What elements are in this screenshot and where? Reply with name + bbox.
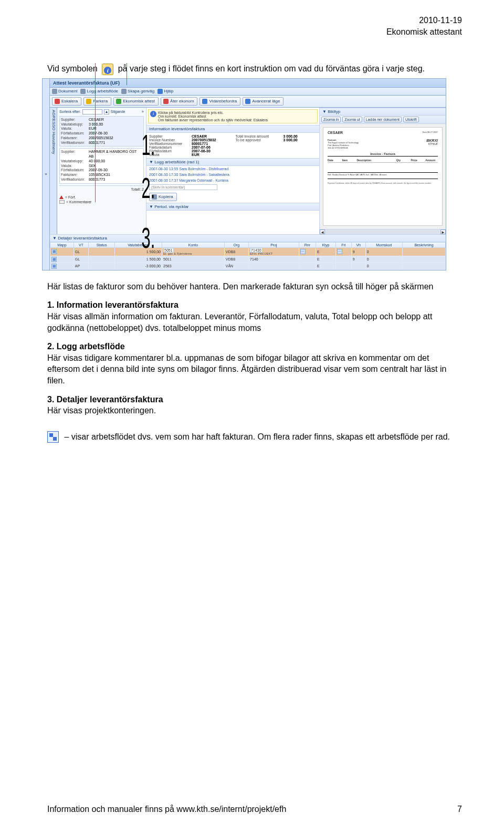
scrollbar[interactable]: ◄► (320, 229, 446, 234)
paragraph: Här listas de fakturor som du behöver ha… (47, 281, 462, 293)
header-title: Ekonomisk attestant (386, 26, 462, 38)
total-count: Totalt: 2 (59, 185, 144, 191)
callout-1: 1. (142, 128, 155, 162)
app-screenshot: 1. 2. 3. » Attest leverantörsfaktura (UF… (42, 78, 446, 270)
details-header: ▼ Detaljer leverantörsfaktura (50, 235, 446, 242)
ekonomisk-attest-button[interactable]: Ekonomisk attest (113, 97, 159, 106)
center-column: i Klicka på fakturabild Kontrollera pris… (146, 108, 320, 234)
zoom-in-button[interactable]: Zooma in (321, 117, 341, 122)
details-table: MappVTStatusValutabeloppKontoOrgProjRnrK… (50, 242, 446, 270)
header-date: 2010-11-19 (386, 15, 462, 26)
eskalera-button[interactable]: Eskalera (52, 97, 81, 106)
side-tab[interactable]: AGRESSO Huvudmeny (50, 108, 57, 234)
menu-logg[interactable]: Logg arbetsflöde (80, 89, 118, 94)
workflow-icon (47, 431, 59, 443)
action-toolbar: Eskalera Parkera Ekonomisk attest Åter e… (50, 96, 446, 108)
comment-input[interactable]: (Skriv in kommentar) (149, 184, 217, 190)
comment-icon (59, 200, 65, 204)
avancerat-lage-button[interactable]: Avancerat läge (243, 97, 284, 106)
details-row[interactable]: ▦AP-3 000,002583VÅNE0 (50, 263, 446, 269)
hint-box: i Klicka på fakturabild Kontrollera pris… (148, 109, 318, 123)
section-heading-3: 3. Detaljer leverantörsfaktura (47, 395, 163, 404)
details-section: ▼ Detaljer leverantörsfaktura MappVTStat… (50, 234, 446, 270)
parkera-button[interactable]: Parkera (83, 97, 111, 106)
sort-label: Sortera efter: (59, 110, 81, 113)
details-row[interactable]: ▦GL1 500,005051El, gas & FjärrvärmeVDB87… (50, 247, 446, 256)
menu-dokument[interactable]: Dokument (52, 89, 77, 94)
warning-icon (59, 195, 64, 199)
period-panel-header[interactable]: ▼ Period. via nycklar (146, 203, 319, 211)
section-heading-2: 2. Logg arbetsflöde (47, 342, 125, 351)
intro-text: Vid symbolen i på varje steg i flödet fi… (47, 63, 462, 75)
callout-3: 3. (142, 221, 155, 255)
pointer-line-2 (95, 63, 96, 202)
invoice-list: Sortera efter: ▲ Stigande « Supplier:CES… (57, 108, 146, 234)
print-button[interactable]: Utskrift (403, 117, 419, 122)
log-entry: 2007-08-30 17:37 Margareta Österwall - K… (146, 178, 319, 183)
image-panel-header: ▼ Bildtyp (320, 108, 446, 116)
section-heading-1: 1. Information leverantörsfaktura (47, 300, 178, 309)
info-panel-body: SupplierCESAERInvoice Number200700515832… (146, 133, 319, 158)
log-entry: 2007-08-30 13:55 Sara Bolmström - Distri… (146, 166, 319, 172)
image-toolbar: Zooma in Zooma ut Ladda ner dokument Uts… (320, 116, 446, 124)
sort-select[interactable] (82, 109, 102, 114)
zoom-out-button[interactable]: Zooma ut (342, 117, 362, 122)
info-icon: i (150, 111, 156, 117)
window-title: Attest leverantörsfaktura (UF) (50, 79, 446, 88)
info-panel-header: Information leverantörsfaktura (146, 125, 319, 133)
menu-hjalp[interactable]: Hjälp (158, 89, 173, 94)
legend: = Förf. = Kommentarer (59, 195, 144, 204)
invoice-preview[interactable]: CESAER Factuum The Royal Institute of Te… (320, 124, 446, 229)
pointer-line-1 (127, 63, 127, 85)
invoice-list-item[interactable]: Supplier:CESAERValutabelopp:3 000,00Valu… (59, 116, 144, 147)
menu-genvag[interactable]: Skapa genväg (121, 89, 154, 94)
download-button[interactable]: Ladda ner dokument (364, 117, 402, 122)
info-icon: i (102, 64, 113, 75)
page-header: 2010-11-19 Ekonomisk attestant (386, 15, 462, 37)
body-text: Här listas de fakturor som du behöver ha… (47, 281, 462, 443)
details-row[interactable]: ▦GL1 500,005011VDB87140E90 (50, 256, 446, 263)
invoice-list-item[interactable]: Supplier:HAMMER & HANBORG ÖST ABValutabe… (59, 148, 144, 183)
sort-dir-button[interactable]: ▲ (104, 109, 109, 114)
footer-left: Information och manualer finns på www.kt… (47, 805, 286, 814)
log-entry: 2007-08-30 17:30 Sara Bolmström - Sakatt… (146, 172, 319, 178)
image-column: ▼ Bildtyp Zooma in Zooma ut Ladda ner do… (320, 108, 446, 234)
menubar: Dokument Logg arbetsflöde Skapa genväg H… (50, 88, 446, 96)
ater-ekonom-button[interactable]: Åter ekonom (161, 97, 197, 106)
callout-2: 2. (142, 171, 155, 205)
page-number: 7 (457, 805, 462, 814)
page-footer: Information och manualer finns på www.kt… (47, 805, 462, 814)
log-panel-header: ▼ Logg arbetsflöde (rad 1) (146, 158, 319, 166)
vidarebefordra-button[interactable]: Vidarebefordra (200, 97, 240, 106)
